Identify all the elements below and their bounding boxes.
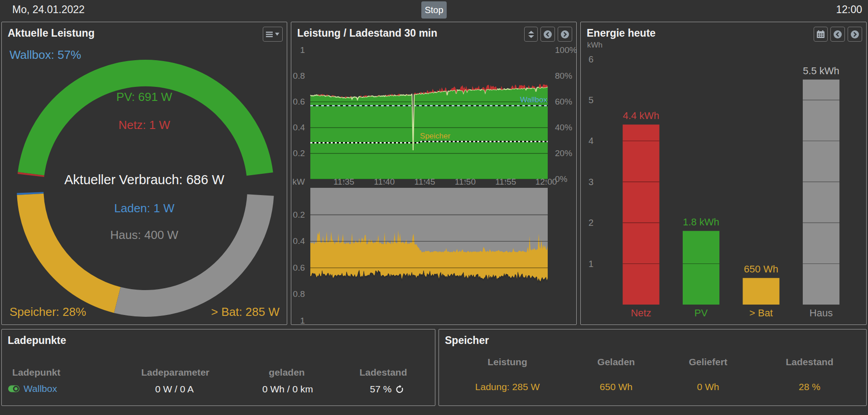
energy-bar-category: > Bat xyxy=(749,307,773,319)
legend-wallbox: Wallbox xyxy=(520,95,547,104)
gauge-charging-value: Laden: 1 W xyxy=(2,201,287,215)
energy-bar-netz xyxy=(623,124,660,305)
tick-pct: 20% xyxy=(555,148,572,158)
chargepoint-parameter: 0 W / 0 A xyxy=(155,384,193,395)
tick-kw-lower: 0.8 xyxy=(293,289,305,299)
st-col-power: Leistung xyxy=(487,357,527,367)
date-label: Mo, 24.01.2022 xyxy=(12,4,85,16)
energy-bar-pv xyxy=(683,231,719,305)
cp-col-soc: Ladestand xyxy=(359,367,407,378)
energy-ylabel: kWh xyxy=(587,41,603,49)
toggle-on-icon[interactable] xyxy=(8,385,19,392)
tick-kw: 0.2 xyxy=(293,148,305,158)
panel-chargepoints: Ladepunkte Ladepunkt Ladeparameter gelad… xyxy=(1,329,435,406)
energy-today-chart: kWh1234564.4 kWhNetz1.8 kWhPV650 Wh> Bat… xyxy=(581,22,866,324)
tick-kw-lower: 0.6 xyxy=(293,263,305,272)
energy-tick: 5 xyxy=(588,95,593,105)
energy-tick: 2 xyxy=(588,218,593,228)
energy-tick: 6 xyxy=(588,54,593,64)
st-col-delivered: Geliefert xyxy=(689,357,727,367)
tick-pct: 100% xyxy=(555,45,576,55)
chargepoint-charged: 0 Wh / 0 km xyxy=(262,384,313,395)
energy-bar-category: PV xyxy=(694,307,708,319)
stop-button[interactable]: Stop xyxy=(421,1,447,19)
energy-bar-haus xyxy=(803,80,839,305)
gauge-house-value: Haus: 400 W xyxy=(2,228,287,242)
cp-col-chargepoint: Ladepunkt xyxy=(12,367,60,378)
gauge-battery-value: > Bat: 285 W xyxy=(211,305,280,319)
panel-chargepoints-title: Ladepunkte xyxy=(8,334,66,347)
tick-kw: 0.6 xyxy=(293,97,305,106)
panel-current-power: Aktuelle Leistung Wallbox: 57% PV: 691 W… xyxy=(1,22,287,325)
st-col-soc: Ladestand xyxy=(786,357,833,367)
panel-storage-title: Speicher xyxy=(445,334,489,347)
tick-kw-lower: 0.4 xyxy=(293,236,305,246)
energy-bar-category: Netz xyxy=(631,307,651,319)
tick-kw-lower: 0.2 xyxy=(293,210,305,219)
energy-bar-bat xyxy=(743,278,780,305)
energy-bar-value: 4.4 kWh xyxy=(623,110,660,121)
chargepoint-name[interactable]: Wallbox xyxy=(24,383,57,394)
clock-label: 12:00 xyxy=(836,4,862,16)
storage-power: Ladung: 285 W xyxy=(475,382,540,392)
chargepoint-soc-cell: 57 % xyxy=(370,384,404,395)
storage-soc: 28 % xyxy=(799,382,820,392)
panel-storage: Speicher Leistung Geladen Geliefert Lade… xyxy=(439,329,867,406)
tick-kw: 0.4 xyxy=(293,123,305,132)
tick-pct: 40% xyxy=(555,123,572,132)
energy-bar-category: Haus xyxy=(810,307,833,319)
gauge-grid-value: Netz: 1 W xyxy=(2,118,287,132)
chargepoint-row: Wallbox xyxy=(8,383,57,394)
tick-kw: 0.8 xyxy=(293,71,305,81)
gauge-storage-soc: Speicher: 28% xyxy=(10,305,86,319)
tick-pct: 80% xyxy=(555,71,572,81)
panel-power-soc-timeline: Leistung / Ladestand 30 min WallboxSpeic… xyxy=(291,22,577,325)
chargepoint-soc: 57 % xyxy=(370,384,392,395)
panel-energy-today: Energie heute kWh1234564.4 kWhNetz1.8 kW… xyxy=(580,22,867,325)
axis-kw-label: kW xyxy=(293,177,305,186)
storage-delivered: 0 Wh xyxy=(697,382,719,392)
refresh-icon[interactable] xyxy=(395,385,404,394)
dashboard-root: {"topbar":{"date":"Mo, 24.01.2022","stop… xyxy=(0,0,868,415)
storage-charged: 650 Wh xyxy=(600,382,632,392)
energy-bar-value: 650 Wh xyxy=(744,263,778,275)
st-col-charged: Geladen xyxy=(598,357,635,367)
energy-bar-value: 1.8 kWh xyxy=(683,216,719,228)
legend-speicher: Speicher xyxy=(420,132,450,140)
energy-tick: 1 xyxy=(588,259,593,269)
gauge-wallbox-soc: Wallbox: 57% xyxy=(10,48,81,62)
series-house-area xyxy=(310,188,548,253)
power-soc-chart: WallboxSpeicher10.80.60.40.2100%80%60%40… xyxy=(291,22,576,324)
energy-tick: 3 xyxy=(588,177,593,187)
cp-col-charged: geladen xyxy=(269,367,304,378)
topbar: Mo, 24.01.2022 Stop 12:00 xyxy=(0,0,868,21)
energy-tick: 4 xyxy=(588,136,593,146)
energy-bar-value: 5.5 kWh xyxy=(803,65,839,76)
cp-col-parameter: Ladeparameter xyxy=(141,367,210,378)
tick-pct: 60% xyxy=(555,97,572,106)
gauge-consumption-value: Aktueller Verbrauch: 686 W xyxy=(2,172,287,187)
tick-kw-lower: 1 xyxy=(300,316,305,324)
tick-kw: 1 xyxy=(300,45,305,55)
gauge-pv-value: PV: 691 W xyxy=(2,90,287,104)
